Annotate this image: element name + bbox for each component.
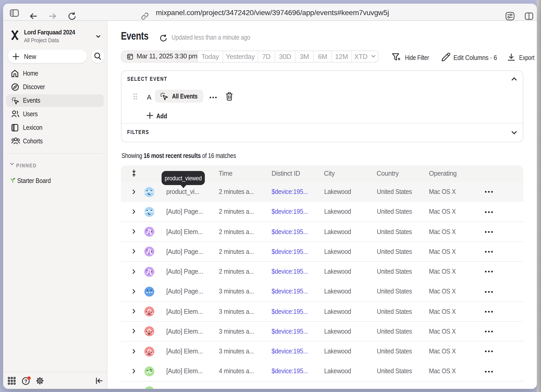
svg-text:?: ? — [24, 378, 27, 384]
